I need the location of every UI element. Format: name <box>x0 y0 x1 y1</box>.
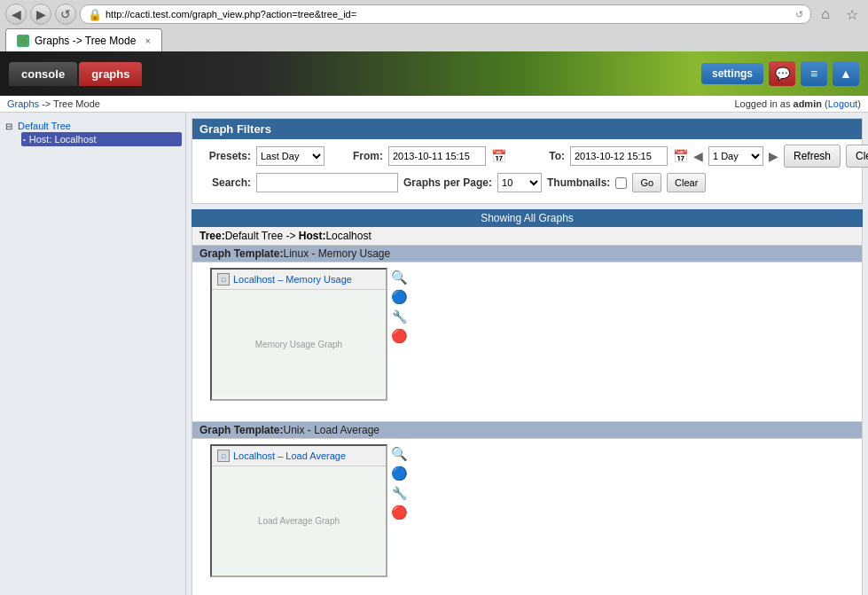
tree-default-label[interactable]: Default Tree <box>18 121 71 131</box>
thumbnails-label: Thumbnails: <box>547 176 610 189</box>
address-bar: 🔒 ↺ <box>80 4 811 24</box>
left-arrow-icon[interactable]: ◀ <box>693 149 703 163</box>
tree-path-name: Default Tree <box>225 230 283 242</box>
to-calendar-icon[interactable]: 📅 <box>673 149 688 163</box>
tree-path-arrow: -> <box>283 230 299 242</box>
filters-panel: Graph Filters Presets: Last Day Last Wee… <box>192 118 863 204</box>
from-input[interactable] <box>388 146 486 166</box>
menu-button[interactable]: ≡ <box>801 61 827 86</box>
tree-expand-icon: ⊟ <box>5 121 16 131</box>
bell-icon: 💬 <box>775 67 790 81</box>
tree-host-item[interactable]: • Host: Localhost <box>21 132 182 146</box>
svg-text:Load Average Graph: Load Average Graph <box>258 516 340 526</box>
home-icon[interactable]: ⌂ <box>815 4 836 25</box>
tree-kw: Tree: <box>199 230 225 242</box>
to-label: To: <box>512 150 565 162</box>
graph2-visualization: Load Average Graph <box>212 466 386 573</box>
forward-button[interactable]: ▶ <box>30 4 51 25</box>
notifications-button[interactable]: 💬 <box>769 61 795 86</box>
forward-icon: ▶ <box>36 7 46 21</box>
graph1-actions: 🔍 🔵 🔧 🔴 <box>391 268 407 344</box>
tab-close-button[interactable]: × <box>145 35 150 46</box>
console-button[interactable]: console <box>9 62 77 86</box>
breadcrumb-graphs-link[interactable]: Graphs <box>7 98 39 109</box>
chart-button[interactable]: ▲ <box>833 61 859 86</box>
template1-name: Linux - Memory Usage <box>283 247 390 260</box>
graph1-title: Localhost – Memory Usage <box>233 274 352 285</box>
graph1-row: □ Localhost – Memory Usage Memory Usage … <box>192 262 863 422</box>
settings-button[interactable]: settings <box>701 63 763 84</box>
to-input[interactable] <box>570 146 668 166</box>
graph1-info-icon[interactable]: 🔵 <box>391 289 407 305</box>
thumbnails-checkbox[interactable] <box>615 177 627 189</box>
graph2-edit-icon[interactable]: 🔧 <box>391 485 407 501</box>
go-button[interactable]: Go <box>632 173 661 192</box>
back-button[interactable]: ◀ <box>5 4 27 25</box>
logged-in-text: Logged in as <box>734 98 793 109</box>
graph2-title-bar: □ Localhost – Load Average <box>212 446 386 466</box>
star-icon[interactable]: ☆ <box>841 4 863 25</box>
template2-label: Graph Template: <box>199 424 283 436</box>
graph1-delete-icon[interactable]: 🔴 <box>391 328 407 344</box>
clear-button[interactable]: Clear <box>846 145 868 168</box>
graph2-actions: 🔍 🔵 🔧 🔴 <box>391 444 407 521</box>
content-area: Graph Filters Presets: Last Day Last Wee… <box>186 113 868 595</box>
graph1-box: □ Localhost – Memory Usage Memory Usage … <box>210 268 387 401</box>
graph2-icon: □ <box>217 450 230 462</box>
tree-child-label: Host: Localhost <box>29 134 97 145</box>
presets-label: Presets: <box>198 150 251 162</box>
graph2-title: Localhost – Load Average <box>233 450 346 461</box>
template1-label: Graph Template: <box>199 247 283 260</box>
search-label: Search: <box>198 176 251 189</box>
username: admin <box>794 98 822 109</box>
graph2-content: Load Average Graph <box>212 466 386 575</box>
search-input[interactable] <box>256 173 398 192</box>
graphs-area: Showing All Graphs Tree:Default Tree -> … <box>192 209 863 595</box>
tree-child-dot: • <box>23 136 26 144</box>
right-arrow-icon[interactable]: ▶ <box>769 149 778 163</box>
refresh-icon: ↺ <box>795 9 803 20</box>
graph2-zoom-icon[interactable]: 🔍 <box>391 446 407 462</box>
graph1-edit-icon[interactable]: 🔧 <box>391 309 407 325</box>
tree-children: • Host: Localhost <box>4 132 182 146</box>
graph1-zoom-icon[interactable]: 🔍 <box>391 270 407 286</box>
tree-host-kw: Host: <box>299 230 326 242</box>
sidebar: ⊟ Default Tree • Host: Localhost <box>0 113 186 595</box>
tab-favicon: 🌿 <box>17 35 29 47</box>
graph1-visualization: Memory Usage Graph <box>212 290 386 396</box>
reload-icon: ↺ <box>60 7 71 21</box>
graph1-title-bar: □ Localhost – Memory Usage <box>212 270 386 290</box>
graphs-per-page-select[interactable]: 10 20 50 <box>497 173 542 192</box>
graphs-button[interactable]: graphs <box>79 62 142 86</box>
graph1-icon: □ <box>217 273 230 286</box>
clear2-button[interactable]: Clear <box>667 173 706 192</box>
url-input[interactable] <box>106 9 792 20</box>
presets-select[interactable]: Last Day Last Week Last Month Last Year <box>256 146 325 166</box>
graphs-per-page-label: Graphs per Page: <box>403 176 492 189</box>
graph2-info-icon[interactable]: 🔵 <box>391 466 407 481</box>
breadcrumb-bar: Graphs -> Tree Mode Logged in as admin (… <box>0 96 868 113</box>
filter-row-1: Presets: Last Day Last Week Last Month L… <box>198 145 856 168</box>
template2-name: Unix - Load Average <box>283 424 379 436</box>
graph2-row: □ Localhost – Load Average Load Average … <box>192 439 863 595</box>
breadcrumb-separator: -> <box>39 98 53 109</box>
template1-bar: Graph Template:Linux - Memory Usage <box>192 246 863 262</box>
logout-link[interactable]: Logout <box>828 98 858 109</box>
tree-default-item[interactable]: ⊟ Default Tree <box>4 120 182 132</box>
showing-all-graphs-bar: Showing All Graphs <box>192 209 863 227</box>
refresh-button[interactable]: Refresh <box>784 145 841 168</box>
tab-label: Graphs -> Tree Mode <box>35 35 136 47</box>
graph2-box: □ Localhost – Load Average Load Average … <box>210 444 387 577</box>
reload-button[interactable]: ↺ <box>55 4 76 25</box>
timespan-select[interactable]: 1 Day 1 Week 1 Month 1 Year <box>708 146 763 166</box>
breadcrumb: Graphs -> Tree Mode <box>7 98 100 109</box>
graph2-delete-icon[interactable]: 🔴 <box>391 505 407 521</box>
template2-bar: Graph Template:Unix - Load Average <box>192 422 863 439</box>
svg-text:Memory Usage Graph: Memory Usage Graph <box>255 340 342 349</box>
logged-in-info: Logged in as admin (Logout) <box>734 98 861 109</box>
from-calendar-icon[interactable]: 📅 <box>491 149 506 163</box>
tab-graphs-tree[interactable]: 🌿 Graphs -> Tree Mode × <box>5 28 162 51</box>
filter-row-2: Search: Graphs per Page: 10 20 50 Thumbn… <box>198 173 856 192</box>
chart-icon: ▲ <box>840 67 852 81</box>
from-label: From: <box>330 150 383 162</box>
